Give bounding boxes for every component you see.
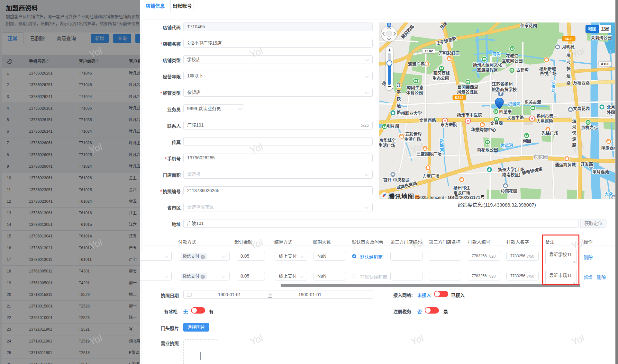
svg-text:扬州市中医院: 扬州市中医院 (457, 112, 482, 117)
svg-text:杉湾花园: 杉湾花园 (501, 189, 517, 193)
svg-text:速: 速 (396, 103, 401, 108)
svg-text:东关古渡: 东关古渡 (524, 100, 541, 104)
svg-text:扬州大运河文化: 扬州大运河文化 (473, 62, 502, 67)
svg-text:外国: 外国 (606, 110, 615, 115)
svg-text:文昌阁: 文昌阁 (490, 121, 503, 126)
svg-text:人民医院: 人民医院 (536, 119, 553, 124)
svg-text:文昌花园: 文昌花园 (573, 106, 590, 111)
svg-text:蜀冈西峰: 蜀冈西峰 (433, 71, 450, 75)
svg-text:花都汇: 花都汇 (506, 54, 518, 58)
svg-text:蜀冈生态: 蜀冈生态 (407, 85, 423, 90)
svg-text:华懋购物中心: 华懋购物中心 (471, 127, 496, 132)
svg-text:路: 路 (572, 143, 577, 147)
svg-text:扬州市第一: 扬州市第一 (536, 114, 557, 119)
svg-text:新: 新 (440, 138, 444, 143)
svg-text:江: 江 (396, 83, 401, 88)
svg-text:生活广场: 生活广场 (379, 143, 395, 148)
svg-text:X106: X106 (601, 62, 610, 66)
svg-text:速: 速 (566, 73, 570, 78)
svg-text:北京: 北京 (607, 105, 615, 110)
svg-text:京华城全: 京华城全 (379, 138, 396, 143)
svg-text:河: 河 (551, 88, 555, 93)
svg-text:荷花池公园: 荷花池公园 (477, 147, 498, 152)
svg-text:路南校区): 路南校区) (502, 172, 520, 177)
svg-text:明月湖: 明月湖 (386, 123, 399, 128)
svg-text:蜀冈瘦西湖: 蜀冈瘦西湖 (457, 84, 478, 89)
svg-text:运: 运 (572, 118, 576, 123)
svg-text:江苏省扬州: 江苏省扬州 (492, 82, 513, 86)
svg-text:京杭之心: 京杭之心 (581, 125, 598, 130)
svg-text:快: 快 (396, 96, 401, 101)
svg-text:河: 河 (440, 148, 444, 153)
svg-text:茉莉湾公园: 茉莉湾公园 (591, 35, 612, 40)
svg-text:大众: 大众 (604, 191, 613, 196)
svg-text:风景名胜区: 风景名胜区 (457, 89, 478, 94)
svg-text:运: 运 (566, 52, 570, 57)
svg-text:X102: X102 (424, 49, 433, 53)
svg-text:首开·中央都会: 首开·中央都会 (383, 177, 410, 182)
svg-text:速: 速 (572, 137, 576, 141)
svg-text:旅游度假区: 旅游度假区 (477, 67, 498, 72)
svg-text:旅游商贸学校: 旅游商贸学校 (492, 87, 517, 92)
svg-text:开发路: 开发路 (580, 162, 593, 166)
svg-text:东花园: 东花园 (533, 154, 548, 160)
svg-text:万福西路: 万福西路 (573, 80, 590, 85)
svg-text:河: 河 (566, 59, 570, 64)
svg-text:力宝广场: 力宝广场 (423, 173, 439, 178)
svg-text:文昌西路: 文昌西路 (419, 118, 436, 123)
svg-text:月明苑: 月明苑 (562, 44, 575, 49)
svg-text:生态公园: 生态公园 (432, 76, 449, 81)
svg-text:沙: 沙 (551, 80, 555, 84)
svg-text:润辉广场: 润辉广场 (408, 62, 425, 67)
svg-text:何园: 何园 (523, 138, 531, 143)
svg-text:文昌中路: 文昌中路 (507, 115, 524, 121)
svg-text:河: 河 (572, 124, 576, 129)
svg-text:S244: S244 (455, 96, 464, 100)
svg-text:快: 快 (566, 66, 571, 71)
svg-text:通运商贸城: 通运商贸城 (555, 162, 576, 167)
svg-text:城: 城 (440, 143, 444, 148)
svg-text:佳家花园: 佳家花园 (520, 23, 537, 28)
svg-text:吾悦广场: 吾悦广场 (540, 71, 557, 76)
svg-text:快: 快 (572, 130, 577, 135)
svg-text:护城河: 护城河 (508, 102, 520, 106)
svg-text:路: 路 (566, 80, 571, 85)
svg-text:翠月嘉苑: 翠月嘉苑 (592, 169, 609, 174)
svg-text:邢沟: 邢沟 (492, 52, 501, 57)
svg-text:扬州新城: 扬州新城 (539, 67, 556, 71)
svg-text:四望亭: 四望亭 (499, 109, 512, 114)
svg-text:生活广场: 生活广场 (404, 137, 421, 142)
svg-text:五彩世界: 五彩世界 (405, 132, 422, 137)
svg-text:体育公园: 体育公园 (406, 90, 423, 95)
svg-text:平: 平 (396, 90, 401, 94)
svg-text:先锋广场: 先锋广场 (541, 131, 558, 136)
svg-text:路: 路 (396, 110, 401, 115)
svg-text:扬州大学(江阳: 扬州大学(江阳 (498, 167, 524, 172)
svg-text:古邗沟: 古邗沟 (516, 67, 529, 72)
svg-text:三盛国际广场: 三盛国际广场 (416, 151, 441, 156)
svg-text:扬州邗江: 扬州邗江 (453, 185, 470, 190)
svg-text:互联网公园: 互联网公园 (502, 58, 523, 63)
svg-text:万科彩虹汇: 万科彩虹汇 (438, 51, 459, 56)
svg-text:明发商业: 明发商业 (601, 146, 615, 151)
svg-text:古运河: 古运河 (500, 143, 513, 148)
svg-text:S611: S611 (565, 37, 573, 41)
svg-text:东方医院: 东方医院 (441, 122, 457, 127)
